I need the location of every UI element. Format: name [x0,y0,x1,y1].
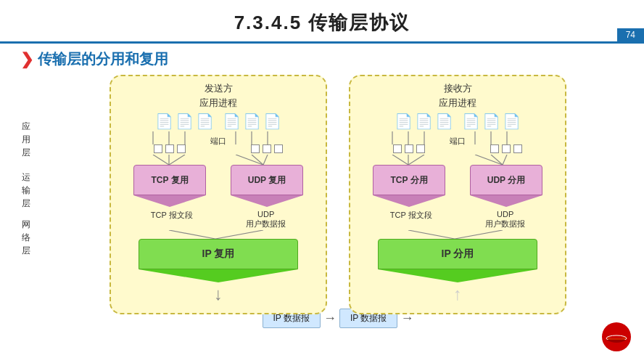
port-box-3 [177,144,186,153]
doc-icon-5: 📄 [243,113,261,130]
r-port-box-3 [416,144,425,153]
receiver-tcp-funnel: TCP 分用 [373,165,445,207]
r-port-box-1 [393,144,402,153]
doc-icon-r6: 📄 [503,113,521,130]
header: 7.3.4.5 传输层协议 74 [0,0,644,44]
sender-doc-group-2: 📄 📄 📄 [223,113,281,130]
svg-line-8 [169,155,185,165]
svg-line-10 [236,155,263,165]
receiver-doc-group-2: 📄 📄 📄 [462,113,521,130]
receiver-port-group-left [393,144,425,153]
receiver-arrow-labels: TCP 报文段 UDP 用户数据报 [360,210,555,229]
sender-udp-datagram-label: UDP 用户数据报 [246,210,286,229]
receiver-ports-row: 端口 [360,144,555,153]
svg-line-11 [263,155,268,165]
sender-port-label: 端口 [210,136,226,147]
svg-line-24 [475,155,503,165]
receiver-connectors-to-funnels [360,155,555,165]
side-labels: 应 用 层 运 输 层 网 络 层 [13,75,39,259]
receiver-arrow-up: ↑ [360,284,555,304]
port-box-1 [154,144,162,153]
port-box-2 [165,144,174,153]
doc-icon-3: 📄 [196,113,214,130]
doc-icon-r3: 📄 [435,113,453,130]
doc-icon-r5: 📄 [482,113,500,130]
svg-rect-31 [610,331,623,338]
section-heading-text: 传输层的分用和复用 [38,49,168,69]
sender-transport-row: TCP 复用 UDP 复用 [121,165,315,207]
receiver-sublabel: 应用进程 [360,97,555,110]
svg-line-12 [169,230,215,239]
page-number: 74 [617,28,644,41]
sender-udp-label: UDP 复用 [248,174,286,187]
main-layout: 应 用 层 运 输 层 网 络 层 发送方 应用进程 📄 📄 📄 [0,75,644,314]
doc-icon-r1: 📄 [395,113,413,130]
sender-port-group-left [154,144,186,153]
receiver-to-ip-connectors [360,230,555,239]
header-title: 7.3.4.5 传输层协议 [234,12,410,33]
receiver-doc-group-1: 📄 📄 📄 [395,113,453,130]
app-layer-label: 应 用 层 [13,114,39,165]
svg-line-13 [215,230,263,239]
diagrams-area: 发送方 应用进程 📄 📄 📄 📄 📄 📄 [39,75,637,314]
section-arrow-icon: ❯ [20,50,33,69]
section-heading: ❯ 传输层的分用和复用 [0,44,644,75]
port-box-4 [251,144,260,153]
svg-line-22 [408,155,424,165]
sender-label: 发送方 [121,82,315,95]
right-arrow-icon: → [323,311,337,326]
svg-line-7 [153,155,169,165]
doc-icon-6: 📄 [263,113,281,130]
receiver-doc-row: 📄 📄 📄 📄 📄 📄 [360,113,555,130]
r-port-box-2 [405,144,413,153]
sender-tcp-funnel: TCP 复用 [133,165,206,207]
receiver-ip-box: IP 分用 [360,239,555,282]
sender-arrow-down: ↓ [121,284,315,304]
sender-ip-box: IP 复用 [121,239,315,282]
receiver-udp-label: UDP 分用 [487,174,525,187]
svg-line-26 [408,230,455,239]
receiver-udp-datagram-label: UDP 用户数据报 [485,210,525,229]
doc-icon-2: 📄 [176,113,194,130]
port-box-5 [263,144,271,153]
r-port-box-6 [513,144,522,153]
receiver-ip-label: IP 分用 [442,248,474,261]
page-container: 7.3.4.5 传输层协议 74 ❯ 传输层的分用和复用 应 用 层 运 输 层… [0,0,644,363]
doc-icon-r4: 📄 [462,113,480,130]
receiver-tcp-label: TCP 分用 [390,174,427,187]
svg-line-23 [491,155,503,165]
sender-diagram: 发送方 应用进程 📄 📄 📄 📄 📄 📄 [110,75,327,314]
sender-doc-row: 📄 📄 📄 📄 📄 📄 [121,113,315,130]
sender-port-group-right [251,144,283,153]
receiver-transport-row: TCP 分用 UDP 分用 [360,165,555,207]
doc-icon-4: 📄 [223,113,241,130]
network-layer-label: 网 络 层 [13,216,39,259]
svg-line-21 [392,155,408,165]
sender-ports-row: 端口 [121,144,315,153]
svg-line-25 [503,155,507,165]
sender-arrow-labels: TCP 报文段 UDP 用户数据报 [121,210,315,229]
port-box-6 [274,144,283,153]
receiver-diagram: 接收方 应用进程 📄 📄 📄 📄 📄 📄 [349,75,566,314]
sender-doc-group-1: 📄 📄 📄 [155,113,214,130]
svg-line-9 [252,155,263,165]
receiver-udp-funnel: UDP 分用 [470,165,542,207]
svg-line-27 [455,230,503,239]
receiver-label: 接收方 [360,82,555,95]
r-port-box-4 [490,144,499,153]
r-port-box-5 [502,144,511,153]
receiver-port-group-right [490,144,522,153]
doc-icon-1: 📄 [155,113,173,130]
redhat-logo [600,321,632,356]
sender-sublabel: 应用进程 [121,97,315,110]
sender-tcp-label: TCP 复用 [151,174,188,187]
doc-icon-r2: 📄 [415,113,433,130]
transport-layer-label: 运 输 层 [13,165,39,216]
sender-to-ip-connectors [121,230,315,239]
sender-tcp-segment-label: TCP 报文段 [151,210,193,229]
receiver-tcp-segment-label: TCP 报文段 [390,210,432,229]
receiver-port-label: 端口 [450,136,466,147]
sender-ip-label: IP 复用 [202,248,235,261]
sender-udp-funnel: UDP 复用 [231,165,303,207]
sender-connectors-to-funnels [121,155,315,165]
